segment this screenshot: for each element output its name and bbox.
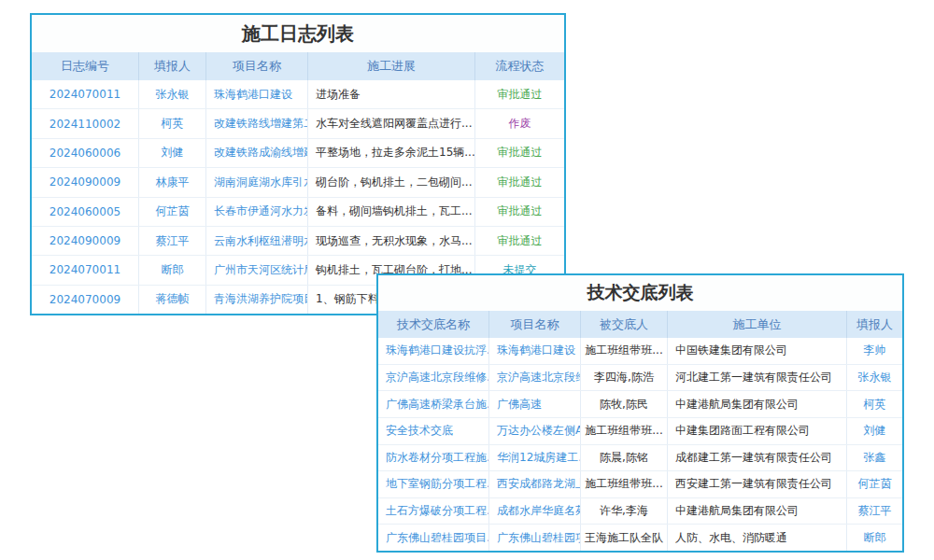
unit-text: 西安建工第一建筑有限责任公司: [668, 471, 847, 497]
reporter-link[interactable]: 蔡江平: [139, 227, 206, 255]
col-header-status: 流程状态: [475, 52, 564, 80]
reporter-link[interactable]: 刘健: [139, 139, 206, 167]
progress-text: 现场巡查，无积水现象，水马...: [308, 227, 475, 255]
project-link[interactable]: 京沪高速北京段维修: [489, 365, 581, 391]
construction-log-panel: 施工日志列表 日志编号 填报人 项目名称 施工进展 流程状态 202407001…: [30, 13, 566, 315]
receiver-text: 陈晨,陈铭: [581, 445, 668, 471]
reporter-link[interactable]: 断郎: [847, 525, 902, 551]
project-link[interactable]: 青海洪湖养护院项目: [206, 286, 308, 314]
status-badge: 审批通过: [475, 139, 564, 167]
reporter-link[interactable]: 蒋德帧: [139, 286, 206, 314]
log-id-link[interactable]: 2024070011: [32, 256, 139, 284]
receiver-text: 施工班组带班...: [581, 471, 668, 497]
project-link[interactable]: 湖南洞庭湖水库引水工程...: [206, 168, 308, 196]
log-id-link[interactable]: 2024110002: [32, 109, 139, 137]
reporter-link[interactable]: 柯英: [139, 109, 206, 137]
col-header-receiver: 被交底人: [581, 311, 668, 338]
project-link[interactable]: 广州市天河区统计局机房...: [206, 256, 308, 284]
project-link[interactable]: 万达办公楼左侧A...: [489, 418, 581, 444]
disclosure-panel-title: 技术交底列表: [378, 275, 902, 311]
table-row: 珠海鹤港口建设抗浮... 珠海鹤港口建设 施工班组带班... 中国铁建集团有限公…: [378, 338, 902, 365]
table-row: 2024070011 张永银 珠海鹤港口建设 进场准备 审批通过: [32, 80, 564, 109]
log-id-link[interactable]: 2024090009: [32, 227, 139, 255]
project-link[interactable]: 广佛高速: [489, 391, 581, 417]
receiver-text: 陈牧,陈民: [581, 391, 668, 417]
log-id-link[interactable]: 2024060005: [32, 198, 139, 226]
disclosure-name-link[interactable]: 珠海鹤港口建设抗浮...: [378, 338, 489, 364]
unit-text: 中建港航局集团有限公司: [668, 391, 847, 417]
project-link[interactable]: 长春市伊通河水力发电厂...: [206, 198, 308, 226]
progress-text: 平整场地，拉走多余泥土15辆...: [308, 139, 475, 167]
project-link[interactable]: 珠海鹤港口建设: [489, 338, 581, 364]
unit-text: 河北建工第一建筑有限责任公司: [668, 365, 847, 391]
col-header-unit: 施工单位: [668, 311, 847, 338]
table-row: 广东佛山碧桂园项目... 广东佛山碧桂园项目 王海施工队全队 人防、水电、消防暖…: [378, 525, 902, 551]
unit-text: 人防、水电、消防暖通: [668, 525, 847, 551]
project-link[interactable]: 华润12城房建工...: [489, 445, 581, 471]
receiver-text: 许华,李海: [581, 498, 668, 525]
disclosure-table-body: 珠海鹤港口建设抗浮... 珠海鹤港口建设 施工班组带班... 中国铁建集团有限公…: [378, 338, 902, 551]
log-panel-title: 施工日志列表: [32, 15, 564, 52]
table-row: 防水卷材分项工程施... 华润12城房建工... 陈晨,陈铭 成都建工第一建筑有…: [378, 445, 902, 472]
receiver-text: 王海施工队全队: [581, 525, 668, 551]
table-row: 2024060005 何芷茵 长春市伊通河水力发电厂... 备料，砌间墙钩机排土…: [32, 198, 564, 227]
project-link[interactable]: 成都水岸华庭名苑...: [489, 498, 581, 525]
project-link[interactable]: 云南水利枢纽潜明水库一...: [206, 227, 308, 255]
col-header-reporter: 填报人: [847, 311, 902, 338]
disclosure-name-link[interactable]: 广东佛山碧桂园项目...: [378, 525, 489, 551]
reporter-link[interactable]: 何芷茵: [847, 471, 902, 497]
reporter-link[interactable]: 刘健: [847, 418, 902, 444]
log-id-link[interactable]: 2024070009: [32, 286, 139, 314]
col-header-disclosure-name: 技术交底名称: [378, 311, 489, 338]
reporter-link[interactable]: 柯英: [847, 391, 902, 417]
unit-text: 成都建工第一建筑有限责任公司: [668, 445, 847, 471]
status-badge: 审批通过: [475, 168, 564, 196]
table-row: 京沪高速北京段维修... 京沪高速北京段维修 李四海,陈浩 河北建工第一建筑有限…: [378, 365, 902, 392]
reporter-link[interactable]: 张永银: [847, 365, 902, 391]
reporter-link[interactable]: 张鑫: [847, 445, 902, 471]
reporter-link[interactable]: 蔡江平: [847, 498, 902, 525]
project-link[interactable]: 改建铁路线增建第二线直...: [206, 109, 308, 137]
reporter-link[interactable]: 林康平: [139, 168, 206, 196]
reporter-link[interactable]: 何芷茵: [139, 198, 206, 226]
table-row: 2024090009 林康平 湖南洞庭湖水库引水工程... 砌台阶，钩机排土，二…: [32, 168, 564, 197]
disclosure-name-link[interactable]: 土石方爆破分项工程...: [378, 498, 489, 525]
reporter-link[interactable]: 张永银: [139, 80, 206, 108]
disclosure-name-link[interactable]: 广佛高速桥梁承台施...: [378, 391, 489, 417]
col-header-reporter: 填报人: [139, 52, 206, 80]
project-link[interactable]: 改建铁路成渝线增建第二...: [206, 139, 308, 167]
disclosure-name-link[interactable]: 安全技术交底: [378, 418, 489, 444]
table-row: 土石方爆破分项工程... 成都水岸华庭名苑... 许华,李海 中建港航局集团有限…: [378, 498, 902, 525]
receiver-text: 施工班组带班...: [581, 338, 668, 364]
status-badge: 审批通过: [475, 80, 564, 108]
disclosure-name-link[interactable]: 防水卷材分项工程施...: [378, 445, 489, 471]
log-id-link[interactable]: 2024090009: [32, 168, 139, 196]
log-id-link[interactable]: 2024060006: [32, 139, 139, 167]
disclosure-name-link[interactable]: 地下室钢筋分项工程...: [378, 471, 489, 497]
project-link[interactable]: 西安成都路龙湖上...: [489, 471, 581, 497]
status-badge: 审批通过: [475, 227, 564, 255]
table-row: 2024110002 柯英 改建铁路线增建第二线直... 水车对全线遮阳网覆盖点…: [32, 109, 564, 138]
table-row: 2024090009 蔡江平 云南水利枢纽潜明水库一... 现场巡查，无积水现象…: [32, 227, 564, 256]
project-link[interactable]: 广东佛山碧桂园项目: [489, 525, 581, 551]
project-link[interactable]: 珠海鹤港口建设: [206, 80, 308, 108]
col-header-log-id: 日志编号: [32, 52, 139, 80]
disclosure-name-link[interactable]: 京沪高速北京段维修...: [378, 365, 489, 391]
col-header-project: 项目名称: [206, 52, 308, 80]
reporter-link[interactable]: 李帅: [847, 338, 902, 364]
tech-disclosure-panel: 技术交底列表 技术交底名称 项目名称 被交底人 施工单位 填报人 珠海鹤港口建设…: [376, 273, 904, 553]
progress-text: 水车对全线遮阳网覆盖点进行...: [308, 109, 475, 137]
receiver-text: 施工班组带班...: [581, 418, 668, 444]
table-row: 2024060006 刘健 改建铁路成渝线增建第二... 平整场地，拉走多余泥土…: [32, 139, 564, 168]
status-badge: 作废: [475, 109, 564, 137]
unit-text: 中建集团路面工程有限公司: [668, 418, 847, 444]
progress-text: 砌台阶，钩机排土，二包砌间...: [308, 168, 475, 196]
unit-text: 中国铁建集团有限公司: [668, 338, 847, 364]
unit-text: 中建港航局集团有限公司: [668, 498, 847, 525]
receiver-text: 李四海,陈浩: [581, 365, 668, 391]
table-row: 安全技术交底 万达办公楼左侧A... 施工班组带班... 中建集团路面工程有限公…: [378, 418, 902, 445]
col-header-project: 项目名称: [489, 311, 581, 338]
reporter-link[interactable]: 断郎: [139, 256, 206, 284]
status-badge: 审批通过: [475, 198, 564, 226]
log-id-link[interactable]: 2024070011: [32, 80, 139, 108]
